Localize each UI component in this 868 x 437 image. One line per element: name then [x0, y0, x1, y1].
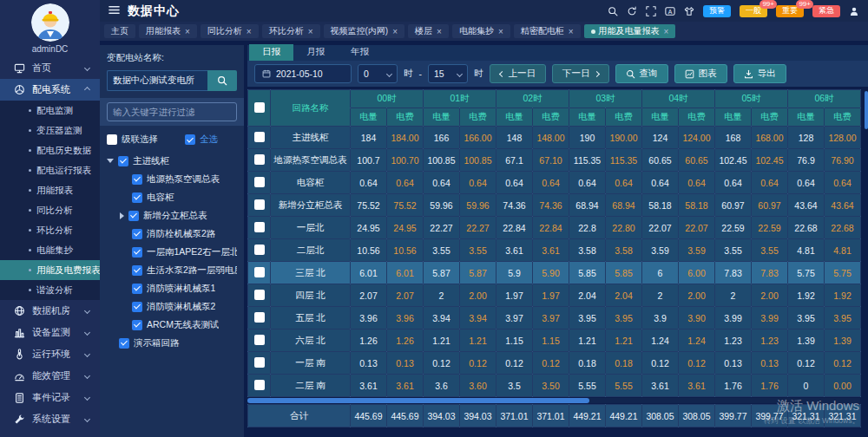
tab-5[interactable]: 楼层× — [408, 24, 449, 38]
tree-checkbox[interactable] — [132, 192, 142, 203]
tab-1[interactable]: 用能报表× — [139, 24, 197, 38]
horizontal-scrollbar[interactable] — [247, 398, 589, 403]
sidebar-subitem-6[interactable]: 环比分析 — [0, 220, 100, 240]
table-row[interactable]: 二层 南3.613.613.63.603.53.505.555.553.613.… — [248, 375, 861, 397]
export-button[interactable]: 导出 — [733, 64, 786, 83]
sidebar-subitem-1[interactable]: 变压器监测 — [0, 121, 100, 140]
tree-item-8[interactable]: 消防喷淋机械泵2 — [107, 297, 237, 316]
row-checkbox[interactable] — [254, 267, 265, 277]
sidebar-subitem-7[interactable]: 电能集抄 — [0, 240, 100, 260]
tree-checkbox[interactable] — [132, 265, 142, 276]
row-checkbox[interactable] — [254, 357, 265, 368]
sidebar-subitem-5[interactable]: 同比分析 — [0, 200, 100, 220]
tab-0[interactable]: 主页 — [104, 24, 135, 38]
table-row[interactable]: 电容柜0.640.640.640.640.640.640.640.640.640… — [248, 172, 861, 194]
tree-checkbox[interactable] — [132, 284, 142, 294]
report-tab-1[interactable]: 月报 — [293, 44, 338, 61]
row-checkbox[interactable] — [254, 312, 265, 323]
sidebar-item-environment[interactable]: 运行环境 — [0, 343, 100, 365]
sidebar-item-power-system[interactable]: 配电系统 — [0, 79, 100, 101]
sidebar-subitem-3[interactable]: 配电运行报表 — [0, 160, 100, 180]
alert-badge-2[interactable]: 重要99+ — [776, 5, 804, 17]
report-tab-2[interactable]: 年报 — [338, 44, 382, 61]
sidebar-item-device-monitor[interactable]: 设备监测 — [0, 322, 100, 343]
alert-badge-0[interactable]: 预警 — [703, 5, 731, 17]
close-icon[interactable]: × — [437, 27, 442, 36]
tree-checkbox[interactable] — [132, 247, 142, 258]
tree-item-3[interactable]: 新增分立柜总表 — [107, 206, 237, 225]
select-all-rows-checkbox[interactable] — [254, 102, 265, 113]
select-all-checkbox[interactable] — [185, 134, 195, 145]
fullscreen-icon[interactable] — [646, 6, 656, 16]
tree-item-0[interactable]: 主进线柜 — [107, 152, 237, 170]
tab-7[interactable]: 精密配电柜× — [514, 24, 581, 38]
theme-icon[interactable] — [684, 6, 694, 16]
tree-checkbox[interactable] — [128, 211, 139, 221]
sidebar-subitem-4[interactable]: 用能报表 — [0, 180, 100, 200]
close-icon[interactable]: × — [664, 27, 669, 36]
row-checkbox[interactable] — [254, 154, 265, 165]
row-checkbox[interactable] — [254, 290, 265, 300]
prev-day-button[interactable]: 上一日 — [490, 64, 547, 83]
row-checkbox[interactable] — [254, 177, 265, 187]
user-icon[interactable] — [849, 6, 859, 16]
table-row[interactable]: 三层 北6.016.015.875.875.95.905.855.8566.00… — [248, 262, 861, 284]
table-row[interactable]: 一层北24.9524.9522.2722.2722.8422.8422.822.… — [248, 217, 861, 239]
chart-button[interactable]: 图表 — [674, 64, 727, 83]
sidebar-subitem-0[interactable]: 配电监测 — [0, 101, 100, 121]
station-search-button[interactable] — [207, 70, 237, 91]
hour-end-select[interactable]: 15 — [428, 64, 468, 83]
avatar[interactable] — [31, 3, 69, 42]
close-icon[interactable]: × — [392, 27, 398, 36]
hamburger-menu-icon[interactable] — [108, 3, 120, 19]
table-row[interactable]: 五层 北3.963.963.943.943.973.973.953.953.93… — [248, 307, 861, 329]
table-row[interactable]: 二层北10.5610.563.553.553.613.613.583.583.5… — [248, 239, 861, 262]
close-icon[interactable]: × — [498, 27, 503, 36]
tab-8[interactable]: 用能及电量报表× — [584, 24, 676, 38]
close-icon[interactable]: × — [185, 27, 190, 36]
row-checkbox[interactable] — [254, 199, 265, 210]
table-row[interactable]: 地源热泵空调总表100.7100.70100.85100.8567.167.10… — [248, 149, 861, 172]
tree-item-1[interactable]: 地源热泵空调总表 — [107, 170, 237, 188]
sidebar-subitem-2[interactable]: 配电历史数据 — [0, 140, 100, 160]
tree-checkbox[interactable] — [118, 156, 128, 166]
close-icon[interactable]: × — [247, 27, 252, 36]
date-picker[interactable]: 2021-05-10 — [254, 64, 352, 83]
tree-item-9[interactable]: ARCM无线表测试 — [107, 316, 237, 334]
alert-badge-1[interactable]: 一般99+ — [740, 5, 767, 17]
sidebar-subitem-9[interactable]: 谐波分析 — [0, 280, 100, 300]
tree-item-6[interactable]: 生活水泵2路一层弱电房 — [107, 261, 237, 279]
next-day-button[interactable]: 下一日 — [552, 64, 609, 83]
table-row[interactable]: 主进线柜184184.00166166.00148148.00190190.00… — [248, 127, 861, 149]
close-icon[interactable]: × — [308, 27, 313, 36]
sidebar-item-events[interactable]: 事件记录 — [0, 387, 100, 408]
tree-item-10[interactable]: 演示箱回路 — [107, 334, 237, 352]
vertical-scrollbar[interactable] — [865, 91, 868, 129]
table-row[interactable]: 四层 北2.072.0722.001.971.972.042.0422.0022… — [248, 284, 861, 307]
tree-item-5[interactable]: 一层南1APE2右一层北1APE1左 — [107, 243, 237, 261]
report-tab-0[interactable]: 日报 — [249, 44, 293, 61]
caret-down-icon[interactable] — [107, 159, 114, 163]
tree-item-2[interactable]: 电容柜 — [107, 188, 237, 206]
table-row[interactable]: 新增分立柜总表75.5275.5259.9659.9674.3674.3668.… — [248, 194, 861, 217]
row-checkbox[interactable] — [254, 335, 265, 345]
sidebar-item-efficiency[interactable]: 能效管理 — [0, 365, 100, 387]
alert-badge-3[interactable]: 紧急 — [812, 5, 840, 17]
row-checkbox[interactable] — [254, 380, 265, 390]
row-checkbox[interactable] — [254, 245, 265, 255]
tab-6[interactable]: 电能集抄× — [452, 24, 510, 38]
query-button[interactable]: 查询 — [615, 64, 668, 83]
table-row[interactable]: 六层 北1.261.261.211.211.151.151.211.211.24… — [248, 329, 861, 352]
sidebar-item-home[interactable]: 首页 — [0, 57, 100, 79]
tab-4[interactable]: 视频监控(内网)× — [324, 24, 405, 38]
tree-checkbox[interactable] — [132, 174, 142, 185]
sidebar-subitem-8[interactable]: 用能及电费报表 — [0, 260, 100, 280]
table-row[interactable]: 一层 南0.130.130.120.120.120.120.180.180.12… — [248, 352, 861, 375]
sidebar-item-data-room[interactable]: 数据机房 — [0, 300, 100, 322]
cascade-checkbox[interactable] — [107, 134, 117, 145]
station-input[interactable] — [107, 70, 207, 91]
search-icon[interactable] — [608, 6, 618, 16]
caret-right-icon[interactable] — [120, 212, 124, 219]
tree-item-4[interactable]: 消防栓机械泵2路 — [107, 225, 237, 243]
translate-icon[interactable]: A — [665, 6, 675, 16]
